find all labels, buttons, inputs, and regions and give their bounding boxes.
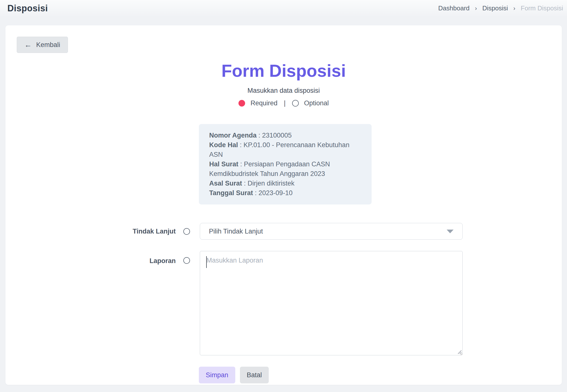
info-line-asal-surat: Asal Surat : Dirjen diktiristek xyxy=(209,179,361,188)
breadcrumb-dashboard[interactable]: Dashboard xyxy=(438,4,470,12)
info-label: Hal Surat xyxy=(209,160,238,168)
page-title: Disposisi xyxy=(7,3,48,14)
caret-down-icon xyxy=(447,230,454,233)
laporan-label: Laporan xyxy=(5,251,176,265)
breadcrumb: Dashboard › Disposisi › Form Disposisi xyxy=(438,4,563,12)
info-value: 2023-09-10 xyxy=(259,189,293,197)
optional-circle-icon xyxy=(183,257,190,264)
info-label: Tanggal Surat xyxy=(209,189,253,197)
breadcrumb-disposisi[interactable]: Disposisi xyxy=(482,4,508,12)
tindak-lanjut-select[interactable]: Pilih Tindak Lanjut xyxy=(200,223,463,240)
topbar: Disposisi Dashboard › Disposisi › Form D… xyxy=(0,0,567,16)
breadcrumb-form-disposisi: Form Disposisi xyxy=(521,4,563,12)
info-value: Dirjen diktiristek xyxy=(248,180,295,187)
back-button[interactable]: ← Kembali xyxy=(17,37,68,53)
resize-grip-icon[interactable] xyxy=(457,350,462,354)
info-label: Kode Hal xyxy=(209,141,238,149)
legend-required-label: Required xyxy=(251,99,278,107)
letter-info-box: Nomor Agenda : 23100005 Kode Hal : KP.01… xyxy=(199,124,372,204)
tindak-lanjut-row: Tindak Lanjut Pilih Tindak Lanjut xyxy=(5,223,562,240)
info-separator: : xyxy=(253,189,259,197)
legend-divider: | xyxy=(284,99,285,107)
info-line-hal-surat: Hal Surat : Persiapan Pengadaan CASN Kem… xyxy=(209,159,361,179)
info-line-tanggal-surat: Tanggal Surat : 2023-09-10 xyxy=(209,188,361,198)
legend-optional-label: Optional xyxy=(304,99,329,107)
optional-circle-icon xyxy=(183,228,190,235)
back-button-label: Kembali xyxy=(36,41,60,49)
info-separator: : xyxy=(238,141,244,149)
info-line-nomor-agenda: Nomor Agenda : 23100005 xyxy=(209,131,361,140)
legend: Required | Optional xyxy=(238,99,329,107)
info-separator: : xyxy=(238,160,244,168)
info-line-kode-hal: Kode Hal : KP.01.00 - Perencanaan Kebutu… xyxy=(209,140,361,159)
optional-circle-icon xyxy=(292,100,299,107)
laporan-textarea[interactable] xyxy=(200,251,463,355)
tindak-lanjut-label: Tindak Lanjut xyxy=(5,228,176,235)
chevron-right-icon: › xyxy=(475,5,477,12)
info-label: Asal Surat xyxy=(209,180,242,187)
form-actions: Simpan Batal xyxy=(199,367,562,383)
simpan-button[interactable]: Simpan xyxy=(199,367,235,383)
arrow-left-icon: ← xyxy=(24,41,32,48)
batal-button[interactable]: Batal xyxy=(240,367,269,383)
info-label: Nomor Agenda xyxy=(209,132,257,139)
form-subtitle: Masukkan data disposisi xyxy=(5,87,562,94)
chevron-right-icon: › xyxy=(513,5,515,12)
info-separator: : xyxy=(257,132,262,139)
form-header: Form Disposisi Masukkan data disposisi R… xyxy=(5,62,562,108)
required-dot-icon xyxy=(238,100,245,107)
form-card: ← Kembali Form Disposisi Masukkan data d… xyxy=(5,25,562,385)
text-cursor xyxy=(206,256,207,268)
info-separator: : xyxy=(242,180,248,187)
info-value: 23100005 xyxy=(262,132,292,139)
form-title: Form Disposisi xyxy=(5,62,562,79)
laporan-textarea-wrap xyxy=(200,251,463,355)
tindak-lanjut-select-value: Pilih Tindak Lanjut xyxy=(209,228,263,235)
laporan-row: Laporan xyxy=(5,251,562,355)
